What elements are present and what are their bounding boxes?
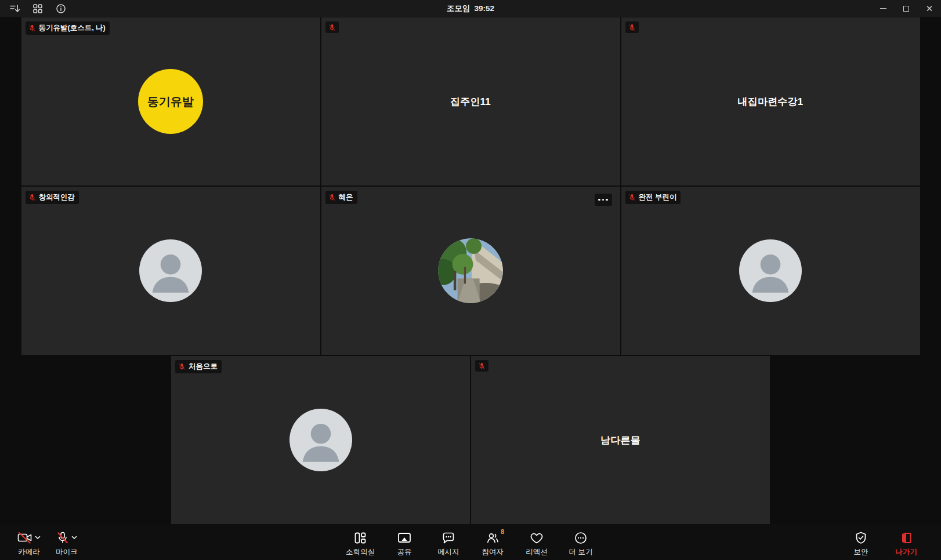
camera-label: 카메라 [18, 547, 40, 557]
meeting-title-area: 조모임 39:52 [0, 0, 941, 17]
meeting-timer: 39:52 [474, 4, 494, 13]
avatar-silhouette [139, 239, 202, 302]
chevron-down-icon[interactable] [71, 536, 77, 540]
reactions-button[interactable]: 리액션 [522, 528, 552, 557]
participant-name-center: 집주인11 [450, 95, 491, 108]
more-icon [574, 531, 588, 545]
video-tile[interactable]: 남다른물 [471, 356, 770, 524]
chat-icon [441, 531, 455, 545]
video-tile-host[interactable]: 동기유발(호스트, 나) 동기유발 [21, 17, 320, 186]
close-icon: ✕ [926, 4, 933, 13]
avatar-photo [438, 238, 503, 303]
video-tile[interactable]: 처음으로 [171, 356, 470, 524]
security-button[interactable]: 보안 [846, 528, 876, 557]
maximize-icon [903, 6, 909, 12]
info-icon[interactable] [53, 2, 68, 15]
gallery-view-icon[interactable] [30, 2, 45, 15]
person-icon [139, 239, 202, 302]
avatar-silhouette [739, 239, 802, 302]
participants-icon [486, 531, 500, 545]
participant-name-center: 남다른물 [600, 434, 640, 447]
heart-icon [530, 531, 544, 545]
video-grid: 동기유발(호스트, 나) 동기유발 집주인11 [0, 17, 941, 525]
minimize-button[interactable] [871, 0, 895, 17]
share-screen-icon [397, 531, 412, 545]
video-tile[interactable]: 창의적인감 [21, 187, 320, 355]
leave-button[interactable]: 나가기 [891, 528, 921, 557]
chevron-down-icon[interactable] [35, 536, 41, 540]
camera-button[interactable]: 카메라 [17, 528, 41, 557]
chat-button[interactable]: 메시지 [433, 528, 464, 557]
avatar-text: 동기유발 [147, 94, 194, 110]
participants-button[interactable]: 8 참여자 [477, 528, 508, 557]
close-button[interactable]: ✕ [918, 0, 941, 17]
leave-door-icon [899, 531, 913, 545]
title-bar: 조모임 39:52 ✕ [0, 0, 941, 17]
video-tile[interactable]: 내집마련수강1 [621, 17, 920, 186]
mic-button[interactable]: 마이크 [56, 528, 78, 557]
sort-order-icon[interactable] [7, 2, 22, 15]
meeting-toolbar: 카메라 마이크 [0, 525, 941, 560]
person-icon [739, 239, 802, 302]
avatar-yellow-badge: 동기유발 [138, 69, 203, 134]
avatar-silhouette [289, 409, 352, 471]
mic-off-icon [56, 532, 69, 544]
share-screen-button[interactable]: 공유 [389, 528, 419, 557]
minimize-icon [880, 8, 886, 9]
breakout-rooms-icon [353, 531, 367, 545]
shield-check-icon [854, 531, 868, 545]
outdoor-photo [438, 238, 503, 303]
grid-row-1: 동기유발(호스트, 나) 동기유발 집주인11 [0, 17, 941, 186]
participant-name-center: 내집마련수강1 [738, 95, 804, 108]
maximize-button[interactable] [895, 0, 918, 17]
meeting-title: 조모임 [447, 3, 470, 14]
grid-row-3: 처음으로 [0, 355, 941, 525]
more-button[interactable]: 더 보기 [566, 528, 596, 557]
mic-label: 마이크 [56, 547, 78, 557]
camera-off-icon [17, 532, 32, 544]
video-tile[interactable]: 혜온 [321, 187, 620, 355]
breakout-rooms-button[interactable]: 소회의실 [345, 528, 375, 557]
video-tile[interactable]: 완전 부린이 [621, 187, 920, 355]
grid-row-2: 창의적인감 혜온 [0, 186, 941, 355]
person-icon [289, 409, 352, 471]
video-tile[interactable]: 집주인11 [321, 17, 620, 186]
participants-count-badge: 8 [501, 528, 504, 535]
